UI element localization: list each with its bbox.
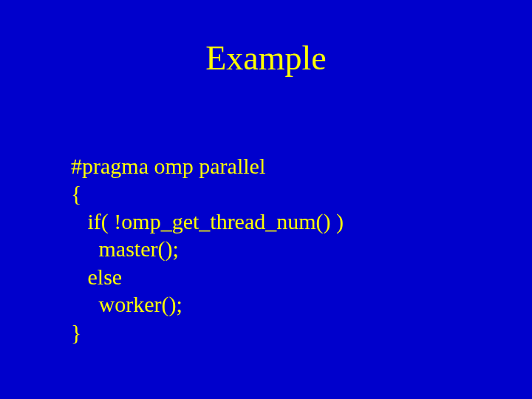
- code-line: {: [71, 181, 81, 205]
- slide-title: Example: [0, 0, 532, 78]
- code-line: #pragma omp parallel: [71, 154, 265, 178]
- code-block: #pragma omp parallel { if( !omp_get_thre…: [71, 124, 344, 346]
- code-line: }: [71, 320, 81, 344]
- slide: Example #pragma omp parallel { if( !omp_…: [0, 0, 532, 399]
- code-line: worker();: [71, 292, 183, 316]
- code-line: master();: [71, 236, 179, 261]
- code-line: else: [71, 265, 122, 289]
- code-line: if( !omp_get_thread_num() ): [71, 209, 344, 233]
